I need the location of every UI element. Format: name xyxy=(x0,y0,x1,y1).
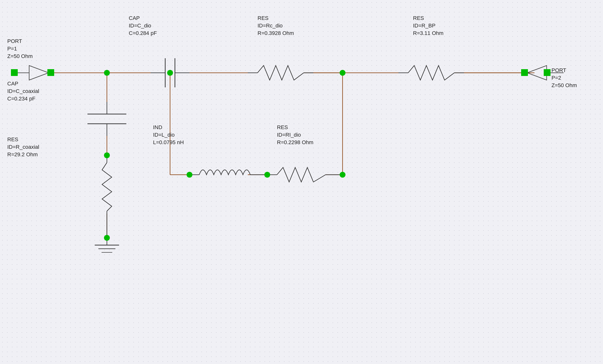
port2-label: PORT P=2 Z=50 Ohm xyxy=(552,67,577,89)
schematic-svg xyxy=(0,0,603,364)
svg-point-45 xyxy=(340,70,346,76)
svg-point-48 xyxy=(186,172,192,178)
res-rl-dio-label: RES ID=RI_dio R=0.2298 Ohm xyxy=(277,124,313,146)
res-rc-dio-label: RES ID=Rc_dio R=0.3928 Ohm xyxy=(257,15,294,37)
svg-rect-55 xyxy=(544,69,551,76)
svg-rect-53 xyxy=(11,69,18,76)
svg-point-49 xyxy=(264,172,270,178)
svg-rect-52 xyxy=(47,69,54,76)
port1-label: PORT P=1 Z=50 Ohm xyxy=(7,38,33,60)
svg-point-47 xyxy=(104,235,110,241)
svg-point-43 xyxy=(104,70,110,76)
res-r-bp-label: RES ID=R_BP R=3.11 Ohm xyxy=(413,15,443,37)
svg-point-46 xyxy=(104,152,110,158)
cap-dio-label: CAP ID=C_dio C=0.284 pF xyxy=(129,15,157,37)
schematic-canvas: PORT P=1 Z=50 Ohm PORT P=2 Z=50 Ohm CAP … xyxy=(0,0,603,364)
ind-dio-label: IND ID=L_dio L=0.0795 nH xyxy=(153,124,184,146)
res-coaxial-label: RES ID=R_coaxial R=29.2 Ohm xyxy=(7,136,39,158)
svg-point-50 xyxy=(340,172,346,178)
svg-marker-15 xyxy=(29,66,49,80)
svg-point-44 xyxy=(167,70,173,76)
cap-coaxial-label: CAP ID=C_coaxial C=0.234 pF xyxy=(7,80,39,102)
svg-rect-54 xyxy=(521,69,528,76)
